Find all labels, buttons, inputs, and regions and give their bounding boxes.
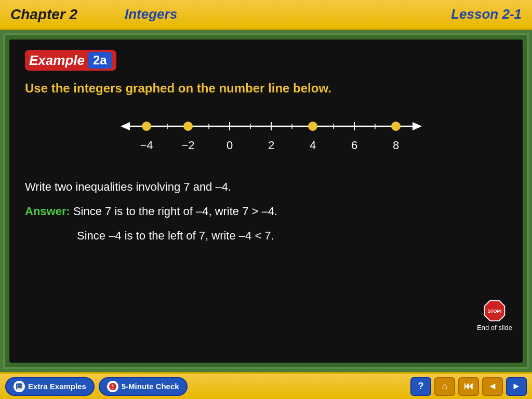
example-label: Example: [29, 52, 85, 69]
svg-text:💻: 💻: [16, 383, 23, 390]
number-line-container: −4 −2 0 2 4 6 8: [25, 107, 507, 166]
svg-text:STOP!: STOP!: [488, 309, 502, 314]
header-bar: Chapter 2 Integers Lesson 2-1: [0, 0, 532, 30]
svg-point-17: [184, 122, 192, 130]
svg-point-18: [309, 122, 317, 130]
svg-text:2: 2: [268, 139, 274, 152]
number-line-graphic: −4 −2 0 2 4 6 8: [110, 112, 432, 158]
lesson-title: Lesson 2-1: [451, 6, 522, 22]
extra-examples-icon: 💻: [14, 381, 25, 392]
answer-label: Answer:: [25, 205, 70, 218]
svg-point-19: [392, 122, 400, 130]
nav-buttons: ? ⌂ ⏮ ◄ ►: [410, 377, 527, 396]
end-of-slide-text: End of slide: [477, 324, 512, 331]
chapter-section: Chapter 2: [0, 0, 114, 29]
example-number: 2a: [88, 52, 112, 69]
extra-examples-label: Extra Examples: [28, 382, 86, 391]
minute-check-button[interactable]: ⏱ 5-Minute Check: [99, 377, 188, 396]
outer-frame: Example 2a Use the integers graphed on t…: [3, 33, 529, 369]
svg-marker-1: [121, 122, 130, 130]
topic-section: Integers: [114, 6, 441, 22]
bottom-bar: 💻 Extra Examples ⏱ 5-Minute Check ? ⌂ ⏮ …: [0, 372, 532, 399]
main-content: Example 2a Use the integers graphed on t…: [9, 39, 523, 363]
answer-text-1: Since 7 is to the right of –4, write 7 >…: [73, 205, 277, 218]
answer-text-2: Since –4 is to the left of 7, write –4 <…: [77, 229, 274, 242]
stop-sign-icon: STOP!: [483, 299, 506, 322]
svg-text:0: 0: [227, 139, 233, 152]
bottom-left-buttons: 💻 Extra Examples ⏱ 5-Minute Check: [5, 377, 410, 396]
answer-line1: Answer: Since 7 is to the right of –4, w…: [25, 203, 507, 220]
question-text: Use the integers graphed on the number l…: [25, 80, 507, 96]
end-of-slide: STOP! End of slide: [477, 299, 512, 331]
svg-marker-2: [413, 122, 422, 130]
svg-text:⏱: ⏱: [110, 384, 115, 390]
write-instruction: Write two inequalities involving 7 and –…: [25, 178, 507, 195]
forward-button[interactable]: ►: [506, 377, 527, 396]
svg-text:4: 4: [310, 139, 316, 152]
svg-text:8: 8: [393, 139, 399, 152]
svg-point-16: [142, 122, 151, 130]
help-button[interactable]: ?: [410, 377, 431, 396]
extra-examples-button[interactable]: 💻 Extra Examples: [5, 377, 95, 396]
number-line-svg: −4 −2 0 2 4 6 8: [110, 112, 422, 161]
lesson-section: Lesson 2-1: [441, 6, 532, 22]
back-button[interactable]: ◄: [482, 377, 503, 396]
svg-text:6: 6: [351, 139, 357, 152]
svg-text:−4: −4: [140, 139, 153, 152]
svg-text:−2: −2: [181, 139, 194, 152]
rewind-button[interactable]: ⏮: [458, 377, 479, 396]
home-button[interactable]: ⌂: [434, 377, 455, 396]
minute-check-icon: ⏱: [107, 381, 118, 392]
minute-check-label: 5-Minute Check: [122, 382, 179, 391]
chapter-title: Chapter 2: [10, 6, 77, 23]
topic-title: Integers: [125, 6, 177, 22]
answer-line2: Since –4 is to the left of 7, write –4 <…: [77, 227, 507, 244]
example-badge: Example 2a: [25, 50, 116, 71]
